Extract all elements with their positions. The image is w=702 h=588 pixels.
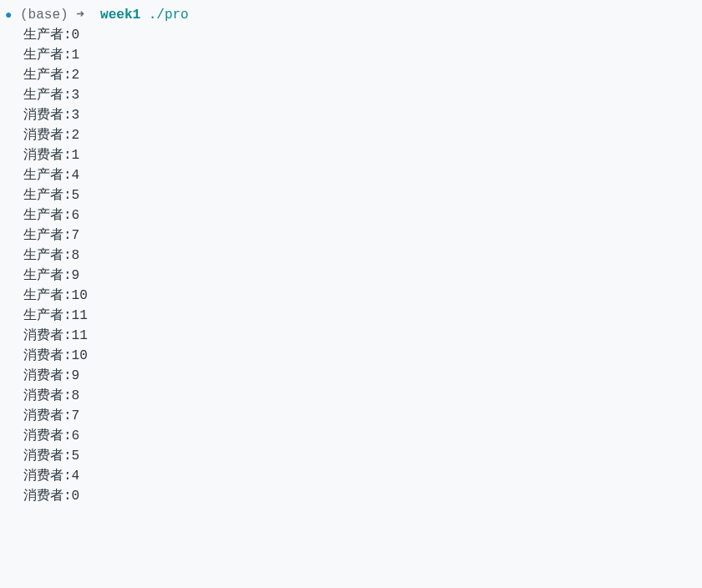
output-line: 消费者:9 [0,366,702,386]
terminal-output: 生产者:0生产者:1生产者:2生产者:3消费者:3消费者:2消费者:1生产者:4… [0,25,702,506]
output-line: 生产者:5 [0,185,702,205]
output-line: 生产者:10 [0,286,702,306]
output-line: 生产者:8 [0,246,702,266]
output-line: 消费者:2 [0,125,702,145]
output-line: 生产者:0 [0,25,702,45]
command-prefix: ./ [149,8,165,23]
output-line: 消费者:10 [0,346,702,366]
output-line: 消费者:6 [0,426,702,446]
output-line: 生产者:4 [0,165,702,185]
prompt-line[interactable]: ● (base) ➜ week1 ./pro [0,5,702,25]
output-line: 生产者:2 [0,65,702,85]
output-line: 生产者:6 [0,205,702,226]
output-line: 消费者:1 [0,145,702,165]
output-line: 消费者:4 [0,466,702,486]
output-line: 生产者:1 [0,45,702,65]
output-line: 生产者:11 [0,306,702,326]
output-line: 生产者:7 [0,226,702,246]
output-line: 消费者:8 [0,386,702,406]
output-line: 生产者:3 [0,85,702,105]
output-line: 消费者:0 [0,486,702,506]
env-label: (base) [20,8,69,23]
output-line: 消费者:5 [0,446,702,466]
arrow-icon: ➜ [76,8,84,23]
output-line: 消费者:11 [0,326,702,346]
working-directory: week1 [100,8,140,23]
output-line: 生产者:9 [0,266,702,286]
output-line: 消费者:7 [0,406,702,426]
bullet-icon: ● [5,8,12,22]
output-line: 消费者:3 [0,105,702,125]
command-text: pro [165,8,189,23]
